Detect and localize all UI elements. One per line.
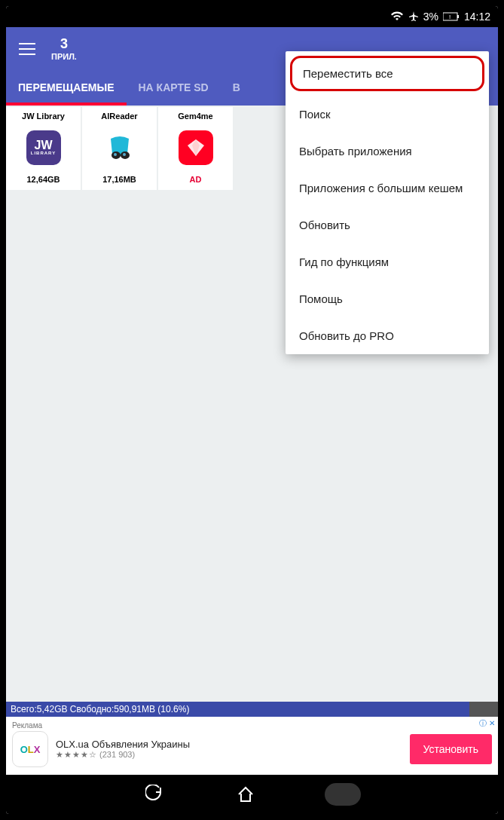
svg-point-9: [123, 153, 126, 156]
storage-text: Всего:5,42GB Свободно:590,91MB (10.6%): [11, 704, 189, 714]
ad-install-button[interactable]: Установить: [410, 734, 492, 764]
recent-apps-button[interactable]: [325, 783, 361, 806]
app-count: 3 ПРИЛ.: [51, 37, 77, 61]
storage-status: Всего:5,42GB Свободно:590,91MB (10.6%): [6, 702, 498, 717]
svg-rect-4: [19, 48, 35, 50]
app-count-label: ПРИЛ.: [51, 52, 77, 61]
ad-rating: ★★★★☆ (231 903): [56, 750, 190, 760]
menu-icon[interactable]: [12, 34, 42, 64]
ad-reviews: (231 903): [99, 750, 135, 759]
app-name: Gem4me: [178, 112, 212, 121]
app-icon-alreader: [102, 130, 137, 165]
tab-movable[interactable]: ПЕРЕМЕЩАЕМЫЕ: [6, 71, 127, 106]
app-card[interactable]: Gem4me AD: [158, 107, 233, 190]
overflow-menu: Переместить все Поиск Выбрать приложения…: [286, 51, 489, 354]
ad-title: OLX.ua Объявления Украины: [56, 739, 190, 750]
battery-icon: !: [443, 12, 460, 21]
airplane-icon: [408, 11, 419, 22]
menu-search[interactable]: Поиск: [286, 96, 489, 133]
app-name: JW Library: [22, 112, 65, 121]
app-size: 17,16MB: [102, 175, 136, 184]
svg-rect-5: [19, 54, 35, 55]
menu-guide[interactable]: Гид по функциям: [286, 243, 489, 280]
app-icon-jw: JWLIBRARY: [26, 130, 61, 165]
app-icon-gem4me: [179, 130, 213, 165]
clock: 14:12: [464, 11, 490, 23]
storage-bar-remainder: [469, 702, 498, 717]
tab-partial[interactable]: В: [221, 71, 252, 106]
ad-label: Реклама: [12, 721, 492, 730]
battery-percent: 3%: [423, 11, 438, 23]
svg-text:!: !: [449, 14, 451, 20]
tab-sd[interactable]: НА КАРТЕ SD: [127, 71, 221, 106]
app-count-number: 3: [51, 37, 77, 52]
app-size: 12,64GB: [26, 175, 60, 184]
app-card[interactable]: JW Library JWLIBRARY 12,64GB: [6, 107, 81, 190]
navigation-bar: [6, 775, 498, 814]
ad-info-icon[interactable]: ⓘ ✕: [479, 718, 495, 729]
menu-big-cache[interactable]: Приложения с большим кешем: [286, 170, 489, 207]
menu-help[interactable]: Помощь: [286, 280, 489, 317]
ad-banner[interactable]: ⓘ ✕ Реклама OLX OLX.ua Объявления Украин…: [6, 717, 498, 775]
menu-select-apps[interactable]: Выбрать приложения: [286, 133, 489, 170]
app-size: AD: [190, 175, 202, 184]
app-name: AlReader: [101, 112, 137, 121]
app-card[interactable]: AlReader 17,16MB: [82, 107, 157, 190]
menu-upgrade-pro[interactable]: Обновить до PRO: [286, 317, 489, 354]
menu-move-all[interactable]: Переместить все: [290, 56, 484, 91]
svg-point-8: [114, 153, 117, 156]
back-button[interactable]: [144, 783, 166, 806]
ad-app-icon: OLX: [12, 731, 48, 767]
home-button[interactable]: [234, 783, 257, 806]
svg-rect-1: [457, 15, 459, 18]
wifi-icon: [390, 11, 404, 22]
status-bar: 3% ! 14:12: [6, 6, 498, 27]
menu-refresh[interactable]: Обновить: [286, 207, 489, 243]
svg-rect-3: [19, 43, 35, 44]
